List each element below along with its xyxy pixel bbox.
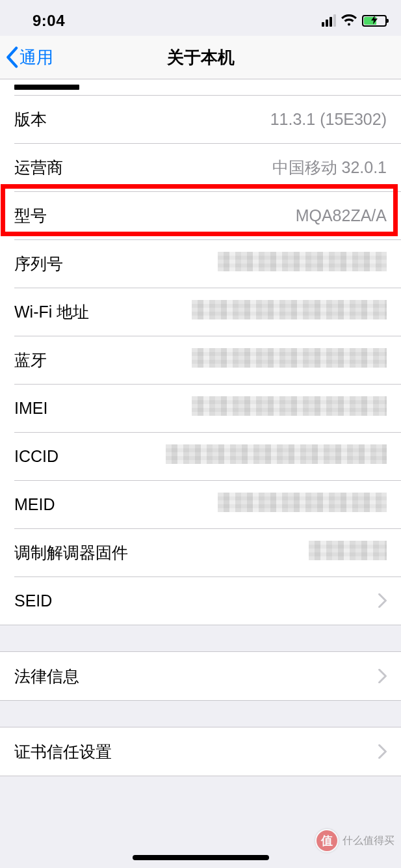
chevron-right-icon bbox=[378, 669, 387, 683]
row-bluetooth[interactable]: 蓝牙 bbox=[0, 336, 401, 384]
redacted-value bbox=[192, 396, 387, 416]
status-bar: 9:04 bbox=[0, 0, 401, 36]
chevron-right-icon bbox=[378, 744, 387, 759]
value-imei bbox=[60, 396, 387, 420]
about-group: 版本 11.3.1 (15E302) 运营商 中国移动 32.0.1 型号 MQ… bbox=[0, 79, 401, 625]
charging-bolt-icon bbox=[371, 15, 378, 26]
table-row[interactable] bbox=[0, 79, 401, 95]
row-imei[interactable]: IMEI bbox=[0, 384, 401, 432]
value-carrier: 中国移动 32.0.1 bbox=[76, 157, 387, 178]
label-legal: 法律信息 bbox=[14, 666, 79, 687]
label-seid: SEID bbox=[14, 591, 52, 610]
chevron-left-icon bbox=[5, 46, 18, 68]
row-modem[interactable]: 调制解调器固件 bbox=[0, 528, 401, 576]
row-meid[interactable]: MEID bbox=[0, 480, 401, 528]
row-serial[interactable]: 序列号 bbox=[0, 239, 401, 288]
redacted-value bbox=[309, 541, 387, 560]
label-serial: 序列号 bbox=[14, 253, 63, 275]
watermark-logo-icon: 值 bbox=[315, 829, 339, 852]
watermark-text: 什么值得买 bbox=[343, 834, 395, 848]
chevron-right-icon bbox=[378, 593, 387, 608]
redacted-value bbox=[218, 252, 387, 271]
value-serial bbox=[76, 252, 387, 275]
row-seid[interactable]: SEID bbox=[0, 576, 401, 625]
legal-group: 法律信息 bbox=[0, 651, 401, 701]
label-modem: 调制解调器固件 bbox=[14, 542, 128, 563]
watermark: 值 什么值得买 bbox=[315, 829, 395, 852]
page-title: 关于本机 bbox=[0, 46, 401, 69]
label-wifi: Wi-Fi 地址 bbox=[14, 301, 89, 323]
label-certs: 证书信任设置 bbox=[14, 741, 112, 763]
value-version: 11.3.1 (15E302) bbox=[60, 110, 387, 129]
battery-icon bbox=[362, 15, 387, 27]
row-version[interactable]: 版本 11.3.1 (15E302) bbox=[0, 95, 401, 143]
row-model[interactable]: 型号 MQA82ZA/A bbox=[0, 191, 401, 239]
value-wifi bbox=[102, 300, 387, 323]
row-legal[interactable]: 法律信息 bbox=[0, 652, 401, 700]
value-modem bbox=[141, 541, 387, 564]
wifi-icon bbox=[341, 12, 357, 30]
row-certs[interactable]: 证书信任设置 bbox=[0, 727, 401, 776]
value-meid bbox=[68, 493, 387, 516]
status-time: 9:04 bbox=[32, 12, 65, 30]
value-bluetooth bbox=[60, 348, 387, 372]
redacted-value bbox=[166, 444, 387, 464]
label-model: 型号 bbox=[14, 205, 47, 226]
certs-group: 证书信任设置 bbox=[0, 727, 401, 776]
nav-bar: 通用 关于本机 bbox=[0, 36, 401, 79]
label-imei: IMEI bbox=[14, 399, 47, 418]
home-indicator[interactable] bbox=[133, 855, 269, 860]
row-carrier[interactable]: 运营商 中国移动 32.0.1 bbox=[0, 143, 401, 191]
value-model: MQA82ZA/A bbox=[60, 206, 387, 225]
row-wifi[interactable]: Wi-Fi 地址 bbox=[0, 288, 401, 336]
screen: 9:04 通用 关于本机 版本 bbox=[0, 0, 401, 868]
label-meid: MEID bbox=[14, 495, 55, 514]
back-label: 通用 bbox=[19, 46, 53, 69]
label-carrier: 运营商 bbox=[14, 157, 63, 178]
redacted-value bbox=[192, 300, 387, 319]
value-iccid bbox=[71, 444, 387, 468]
redacted-value bbox=[192, 348, 387, 368]
row-iccid[interactable]: ICCID bbox=[0, 432, 401, 480]
status-indicators bbox=[322, 12, 387, 30]
label-iccid: ICCID bbox=[14, 447, 58, 466]
partial-content bbox=[14, 85, 79, 90]
cellular-signal-icon bbox=[322, 14, 336, 27]
redacted-value bbox=[218, 493, 387, 512]
label-bluetooth: 蓝牙 bbox=[14, 349, 47, 371]
back-button[interactable]: 通用 bbox=[0, 46, 53, 69]
label-version: 版本 bbox=[14, 109, 47, 130]
